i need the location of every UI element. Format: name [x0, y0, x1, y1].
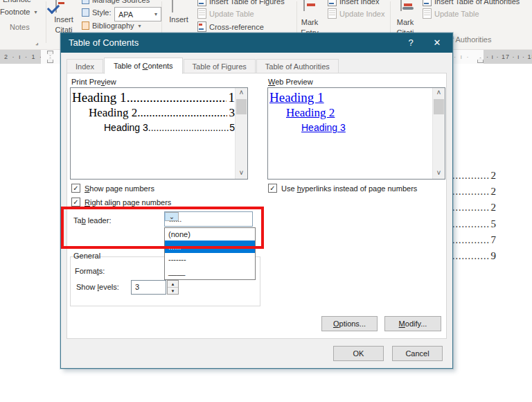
update-table-label: Update Table: [434, 10, 479, 18]
scroll-down-icon[interactable]: ˅: [433, 168, 445, 179]
help-button[interactable]: ?: [400, 33, 422, 53]
update-table-icon: [423, 8, 432, 19]
footnote-dropdown-button[interactable]: Footnote ▾: [0, 8, 37, 16]
tab-table-of-authorities[interactable]: Table of Authorities: [256, 59, 339, 73]
horizontal-ruler-left[interactable]: 2 · ı · 1 · ı · ı: [0, 50, 60, 64]
manage-sources-button[interactable]: Manage Sources: [82, 0, 150, 4]
document-toc-line: ........................................…: [446, 198, 496, 213]
scroll-up-icon[interactable]: ˄: [236, 88, 247, 98]
chevron-down-icon: ⌄: [169, 213, 175, 220]
right-align-page-numbers-checkbox[interactable]: ✓ Right align page numbers: [71, 198, 171, 207]
preview-heading-text: Heading 2: [89, 105, 137, 121]
toc-page-number: 7: [490, 234, 497, 246]
insert-table-of-authorities-icon: [423, 0, 432, 6]
cross-reference-button[interactable]: Cross-reference: [197, 21, 264, 32]
insert-caption-icon: [172, 0, 173, 12]
checkbox-label: Show page numbers: [85, 184, 154, 193]
update-index-label: Update Index: [339, 10, 384, 18]
insert-index-label: Insert Index: [339, 0, 379, 6]
print-preview-scrollbar[interactable]: ˄ ˅: [235, 88, 247, 179]
mark-entry-icon: [303, 0, 305, 11]
spin-up-icon[interactable]: ▲: [168, 281, 178, 288]
preview-heading-3: Heading 3 ..............................…: [72, 121, 235, 134]
update-table-authorities-disabled: Update Table: [423, 8, 479, 19]
web-preview-content: Heading 1 Heading 2 Heading 3: [269, 89, 432, 177]
citation-minus-mark: [58, 2, 64, 4]
scrollbar-thumb[interactable]: [236, 99, 247, 114]
dialog-tabstrip: Index Table of Contents Table of Figures…: [66, 57, 339, 73]
print-preview-content: Heading 1 ..............................…: [72, 89, 235, 177]
dialog-launcher-icon[interactable]: ⌟: [35, 38, 39, 46]
style-label: Style:: [92, 8, 112, 17]
insert-table-of-figures-label: Insert Table of Figures: [209, 0, 285, 6]
web-heading-2: Heading 2: [269, 105, 432, 121]
mark-citation-button[interactable]: Mark: [392, 18, 418, 26]
scrollbar-thumb[interactable]: [434, 99, 444, 114]
bibliography-icon: [82, 21, 89, 30]
use-hyperlinks-checkbox[interactable]: ✓ Use hyperlinks instead of page numbers: [268, 184, 417, 193]
options-button[interactable]: Options...: [321, 316, 378, 331]
toc-page-number: 2: [490, 186, 497, 198]
update-table-icon: [197, 8, 206, 19]
combo-arrow-icon[interactable]: ▾: [151, 11, 161, 17]
insert-table-of-figures-button[interactable]: Insert Table of Figures: [197, 0, 285, 6]
cross-reference-icon: [197, 21, 206, 32]
web-preview-scrollbar[interactable]: ˄ ˅: [432, 88, 445, 179]
tab-table-of-figures[interactable]: Table of Figures: [184, 59, 256, 73]
dropdown-option-dots-selected[interactable]: ......: [165, 241, 255, 253]
tab-table-of-contents[interactable]: Table of Contents: [104, 58, 183, 74]
preview-heading-text: Heading 3: [104, 121, 148, 134]
show-page-numbers-checkbox[interactable]: ✓ Show page numbers: [71, 184, 154, 193]
chevron-down-icon: ▾: [34, 9, 37, 15]
tab-index[interactable]: Index: [66, 59, 103, 73]
preview-heading-2: Heading 2 ..............................…: [72, 105, 235, 121]
document-toc-line: ........................................…: [446, 182, 496, 198]
document-toc-line: ........................................…: [446, 166, 496, 182]
web-heading-link: Heading 2: [286, 105, 335, 121]
horizontal-ruler-right[interactable]: · ı · · ı · 17 · ı · 18: [452, 50, 532, 64]
authorities-group-label-fragment: f Authorities: [452, 35, 491, 44]
dropdown-option-dashes[interactable]: -------: [165, 253, 255, 265]
insert-table-of-authorities-button[interactable]: Insert Table of Authorities: [423, 0, 520, 6]
insert-index-icon: [328, 0, 337, 6]
show-levels-input[interactable]: 3: [131, 280, 166, 295]
dialog-titlebar[interactable]: Table of Contents ? ✕: [61, 33, 452, 53]
tab-leader-combobox[interactable]: ...... ⌄: [164, 211, 253, 227]
combobox-dropdown-button[interactable]: ⌄: [165, 212, 179, 221]
modify-button[interactable]: Modify...: [384, 316, 441, 331]
insert-endnote-button[interactable]: Endnote: [3, 0, 31, 3]
ruler-marks: · ı ·: [454, 50, 470, 64]
insert-citation-button[interactable]: Insert: [50, 15, 78, 24]
style-combobox[interactable]: APA ▾: [114, 7, 161, 21]
toc-page-number: 9: [490, 250, 497, 262]
insert-index-button[interactable]: Insert Index: [328, 0, 379, 6]
show-levels-spinner[interactable]: ▲ ▼: [167, 280, 179, 295]
scroll-down-icon[interactable]: ˅: [236, 168, 247, 179]
web-heading-link: Heading 1: [269, 89, 324, 105]
mark-entry-button[interactable]: Mark: [296, 18, 323, 26]
tab-leader-label: Tab leader:: [73, 216, 111, 225]
style-row: Style:: [82, 8, 112, 17]
scroll-up-icon[interactable]: ˄: [433, 88, 445, 98]
ruler-marks: · ı · 17 · ı · 18: [486, 50, 532, 64]
update-table-button-disabled: Update Table: [197, 8, 254, 19]
preview-heading-text: Heading 1: [72, 89, 127, 105]
web-heading-link: Heading 3: [301, 121, 346, 134]
cancel-button[interactable]: Cancel: [392, 346, 443, 361]
preview-page-number: 5: [229, 121, 235, 134]
notes-group-label: Notes: [10, 23, 30, 31]
web-preview-box: Heading 1 Heading 2 Heading 3 ˄ ˅: [267, 87, 445, 180]
insert-caption-button[interactable]: Insert: [166, 15, 191, 24]
manage-sources-label: Manage Sources: [92, 0, 150, 4]
dropdown-option-none[interactable]: (none): [165, 228, 255, 241]
web-heading-1: Heading 1: [269, 89, 432, 105]
bibliography-dropdown-button[interactable]: Bibliography ▾: [82, 21, 141, 30]
right-indent-marker[interactable]: [477, 58, 484, 63]
dropdown-option-underscores[interactable]: ____: [165, 265, 255, 278]
document-toc-line: ........................................…: [446, 215, 496, 230]
close-button[interactable]: ✕: [426, 33, 448, 53]
spin-down-icon[interactable]: ▼: [168, 288, 178, 294]
checkbox-check-icon: ✓: [268, 184, 277, 193]
ok-button[interactable]: OK: [333, 346, 384, 361]
table-of-contents-dialog: Table of Contents ? ✕ Index Table of Con…: [60, 33, 453, 369]
